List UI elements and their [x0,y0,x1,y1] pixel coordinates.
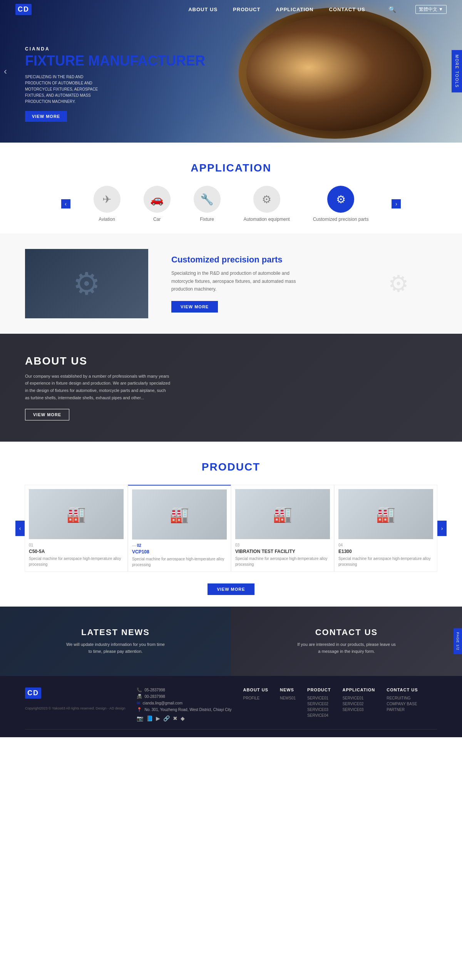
footer-contact-r1[interactable]: RECRUITING [387,696,418,700]
automation-label: Automation equipment [244,217,290,222]
nav-product[interactable]: PRODUCT [233,7,260,12]
product-image-1: 🏭 [29,489,124,539]
footer-logo: CD Copyright2023 © Yakos63 All rights re… [25,688,125,721]
footer-logo-box[interactable]: CD [25,688,41,699]
car-label: Car [153,217,161,222]
footer-col-about: ABOUT US PROFILE [243,688,268,721]
about-view-more-button[interactable]: VIEW MORE [25,409,69,420]
footer-app-s3[interactable]: SERVICE03 [342,708,375,712]
footer-email[interactable]: ✉ cianda.ling@gmail.com [137,701,231,706]
precision-view-more-button[interactable]: VIEW MORE [171,301,218,313]
instagram-icon[interactable]: 📷 [137,715,143,721]
twitter-icon[interactable]: ✖ [173,715,177,721]
app-item-car[interactable]: 🚗 Car [144,186,171,222]
nav-contact[interactable]: CONTACT US [329,7,365,12]
footer-copyright: Copyright2023 © Yakos63 All rights reser… [25,706,125,711]
facebook-icon[interactable]: 📘 [146,715,153,721]
app-item-aviation[interactable]: ✈ Aviation [94,186,121,222]
precision-image [25,249,148,318]
product-item-3[interactable]: 🏭 03 VIBRATION TEST FACILITY Special mac… [231,485,334,572]
footer-product-s3[interactable]: SERVICE03 [307,708,331,712]
app-item-automation[interactable]: ⚙ Automation equipment [244,186,290,222]
footer-contact-r2[interactable]: COMPANY BASE [387,702,418,706]
product-desc-3: Special machine for aerospace high-tempe… [235,556,330,567]
app-next-button[interactable]: › [392,199,401,208]
location-icon: 📍 [137,707,142,712]
app-item-precision[interactable]: ⚙ Customized precision parts [313,186,369,222]
product-grid: ‹ 🏭 01 C50-5A Special machine for aerosp… [15,485,447,572]
product-name-1: C50-5A [29,549,124,554]
app-prev-button[interactable]: ‹ [61,199,70,208]
product-section: PRODUCT ‹ 🏭 01 C50-5A Special machine fo… [0,442,462,607]
product-image-4: 🏭 [338,489,433,539]
product-item-2[interactable]: 🏭 — 02 VCP108 Special machine for aerosp… [128,485,231,572]
product-btn-wrap: VIEW MORE [15,583,447,595]
product-name-2: VCP108 [132,549,227,555]
product-next-button[interactable]: › [437,521,447,536]
application-title: APPLICATION [15,162,447,174]
product-num-2: — 02 [132,543,227,548]
footer-product-s2[interactable]: SERVICE02 [307,702,331,706]
automation-icon: ⚙ [253,186,280,213]
phone-icon: 📞 [137,688,142,693]
footer-product-s1[interactable]: SERVICE01 [307,696,331,700]
footer-phone: 📞 05-2837998 [137,688,231,693]
footer-col-contact-title: CONTACT US [387,688,418,692]
app-item-fixture[interactable]: 🔧 Fixture [194,186,221,222]
precision-section: Customized precision parts Specializing … [0,234,462,334]
other-icon[interactable]: ◆ [181,715,185,721]
footer-col-about-title: ABOUT US [243,688,268,692]
email-icon: ✉ [137,701,140,706]
footer-news-01[interactable]: NEWS01 [280,696,296,700]
contact-description: If you are interested in our products, p… [296,641,397,655]
footer-top: CD Copyright2023 © Yakos63 All rights re… [25,688,437,730]
footer-address: 📍 No. 301, Youzheng Road, West District,… [137,707,231,712]
news-description: We will update industry information for … [65,641,166,655]
contact-title: CONTACT US [296,627,397,637]
precision-description: Specializing in the R&D and production o… [171,269,302,293]
contact-content: CONTACT US If you are interested in our … [296,627,397,655]
footer-about-profile[interactable]: PROFILE [243,696,268,700]
search-icon[interactable]: 🔍 [388,6,396,13]
product-view-more-button[interactable]: VIEW MORE [208,583,254,595]
nav-about[interactable]: ABOUT US [188,7,218,12]
footer-app-s2[interactable]: SERVICE02 [342,702,375,706]
footer-contact-r3[interactable]: PARTNER [387,708,418,712]
product-title: PRODUCT [15,461,447,473]
hero-view-more-button[interactable]: VIEW MORE [25,111,67,122]
contact-block[interactable]: CONTACT US If you are interested in our … [231,607,462,676]
footer-contact-info: 📞 05-2837998 📠 00-2837998 ✉ cianda.ling@… [137,688,231,721]
nav-application[interactable]: APPLICATION [276,7,313,12]
aviation-icon: ✈ [94,186,121,213]
news-block[interactable]: LATEST NEWS We will update industry info… [0,607,231,676]
site-logo[interactable]: CD [15,4,32,15]
product-name-4: E1300 [338,549,433,554]
aviation-label: Aviation [99,217,115,222]
footer-socials: 📷 📘 ▶ 🔗 ✖ ◆ [137,715,231,721]
footer-app-s1[interactable]: SERVICE01 [342,696,375,700]
hero-side-tab[interactable]: MORE TOOLS [452,50,462,92]
product-item-1[interactable]: 🏭 01 C50-5A Special machine for aerospac… [25,485,128,572]
page-number: PAGE 1/2 [454,628,462,654]
product-num-4: 04 [338,543,433,547]
navigation: CD ABOUT US PRODUCT APPLICATION CONTACT … [0,0,462,19]
precision-icon: ⚙ [327,186,354,213]
footer-col-product: PRODUCT SERVICE01 SERVICE02 SERVICE03 SE… [307,688,331,721]
product-num-3: 03 [235,543,330,547]
about-title: ABOUT US [25,355,171,367]
hero-prev-arrow[interactable]: ‹ [4,66,7,77]
news-content: LATEST NEWS We will update industry info… [65,627,166,655]
footer-col-news: NEWS NEWS01 [280,688,296,721]
language-selector[interactable]: 繁體中文 ▼ [415,5,447,14]
linkedin-icon[interactable]: 🔗 [163,715,170,721]
footer-product-s4[interactable]: SERVICE04 [307,713,331,718]
product-prev-button[interactable]: ‹ [15,521,25,536]
hero-section: CIANDA FIXTURE MANUFACTURER SPECIALIZING… [0,0,462,143]
youtube-icon[interactable]: ▶ [156,715,160,721]
product-num-1: 01 [29,543,124,547]
footer-col-product-title: PRODUCT [307,688,331,692]
product-item-4[interactable]: 🏭 04 E1300 Special machine for aerospace… [334,485,437,572]
fax-icon: 📠 [137,694,142,699]
precision-label: Customized precision parts [313,217,369,222]
application-section: APPLICATION ‹ ✈ Aviation 🚗 Car 🔧 Fixture… [0,143,462,234]
